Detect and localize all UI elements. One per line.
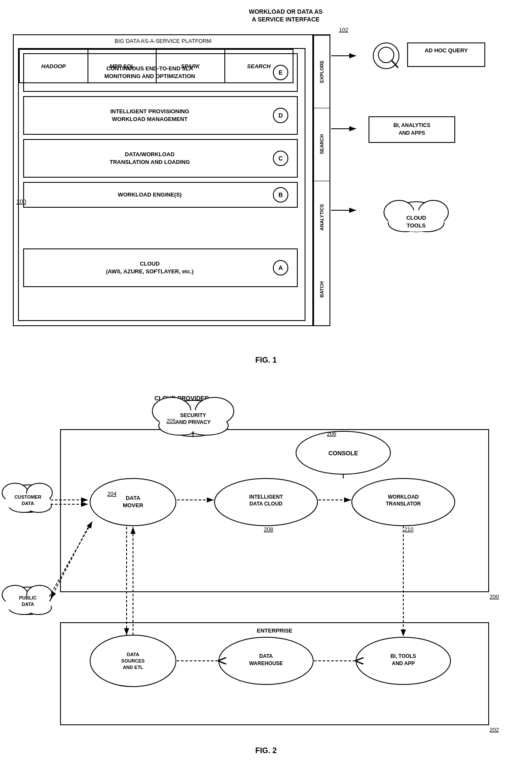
- ref-102: 102: [339, 27, 348, 33]
- svg-point-16: [410, 215, 444, 232]
- row-b-label: WORKLOAD ENGINE(S): [114, 191, 208, 199]
- svg-point-14: [418, 200, 448, 224]
- svg-point-31: [2, 585, 28, 604]
- row-c-label: DATA/WORKLOADTRANSLATION AND LOADING: [105, 151, 215, 166]
- svg-point-12: [393, 202, 440, 232]
- svg-text:CUSTOMER: CUSTOMER: [15, 494, 42, 500]
- svg-text:SECURITY: SECURITY: [180, 412, 206, 418]
- fig1-caption: FIG. 1: [0, 356, 532, 365]
- svg-text:BI, ANALYTICS: BI, ANALYTICS: [393, 122, 430, 128]
- svg-point-17: [388, 210, 444, 232]
- enterprise-label: ENTERPRISE: [257, 627, 292, 634]
- row-a-label: CLOUD(AWS, AZURE, SOFTLAYER, etc.): [102, 260, 219, 276]
- svg-point-22: [6, 485, 50, 512]
- big-outer-box: 100 BIG DATA AS-A-SERVICE PLATFORM CONTI…: [13, 34, 313, 326]
- row-a: CLOUD(AWS, AZURE, SOFTLAYER, etc.) A: [23, 248, 298, 287]
- svg-text:PUBLIC: PUBLIC: [19, 595, 37, 600]
- svg-text:AND PRIVACY: AND PRIVACY: [175, 419, 211, 425]
- row-d-label: INTELLIGENT PROVISIONINGWORKLOAD MANAGEM…: [106, 108, 215, 123]
- sidebar-strip: EXPLORE SEARCH ANALYTICS BATCH: [313, 34, 330, 326]
- row-b: WORKLOAD ENGINE(S) B: [23, 182, 298, 208]
- workload-service-title: WORKLOAD OR DATA AS A SERVICE INTERFACE: [249, 8, 323, 23]
- svg-point-23: [2, 483, 28, 502]
- svg-point-4: [373, 43, 399, 69]
- cloud-provider-label: CLOUD PROVIDER: [154, 395, 209, 402]
- big-data-label: BIG DATA AS-A-SERVICE PLATFORM: [14, 38, 312, 44]
- svg-rect-7: [408, 43, 485, 67]
- svg-point-26: [26, 499, 51, 512]
- ref-200: 200: [490, 593, 499, 600]
- svg-text:AD HOC QUERY: AD HOC QUERY: [425, 47, 468, 54]
- svg-point-30: [6, 587, 50, 615]
- sidebar-batch: BATCH: [314, 253, 329, 325]
- circle-a: A: [273, 260, 288, 276]
- svg-rect-9: [369, 117, 455, 142]
- svg-point-15: [388, 215, 423, 232]
- circle-c: C: [273, 151, 288, 166]
- svg-point-32: [27, 585, 52, 604]
- fig1-diagram: WORKLOAD OR DATA AS A SERVICE INTERFACE …: [0, 0, 532, 373]
- platform-box: CONTINUOUS END-TO-END SLAMONITORING AND …: [18, 48, 305, 321]
- svg-point-33: [9, 601, 39, 615]
- circle-d: D: [273, 108, 288, 123]
- fig2-caption: FIG. 2: [0, 746, 532, 755]
- svg-text:TOOLS: TOOLS: [407, 222, 426, 229]
- svg-text:CLOUD: CLOUD: [406, 215, 426, 221]
- sidebar-analytics: ANALYTICS: [314, 181, 329, 253]
- fig2-diagram: CLOUD PROVIDER 200 ENTERPRISE 202: [0, 373, 532, 760]
- svg-point-35: [4, 596, 51, 613]
- svg-text:205: 205: [166, 418, 176, 424]
- svg-point-34: [26, 601, 51, 615]
- row-e: CONTINUOUS END-TO-END SLAMONITORING AND …: [23, 53, 298, 92]
- svg-point-24: [27, 483, 52, 502]
- svg-point-5: [378, 47, 394, 63]
- svg-point-25: [9, 499, 39, 512]
- sidebar-search: SEARCH: [314, 108, 329, 180]
- sidebar-explore: EXPLORE: [314, 35, 329, 108]
- svg-point-27: [4, 493, 51, 511]
- row-d: INTELLIGENT PROVISIONINGWORKLOAD MANAGEM…: [23, 96, 298, 135]
- svg-text:DATA: DATA: [22, 501, 34, 506]
- ref-202: 202: [490, 727, 499, 733]
- svg-point-13: [384, 200, 414, 224]
- enterprise-box: ENTERPRISE 202: [60, 622, 489, 725]
- provider-box: 200: [60, 429, 489, 592]
- circle-b: B: [273, 187, 288, 203]
- svg-line-6: [392, 61, 398, 68]
- circle-e: E: [273, 65, 288, 80]
- row-e-label: CONTINUOUS END-TO-END SLAMONITORING AND …: [100, 65, 221, 80]
- svg-text:DATA: DATA: [22, 602, 34, 607]
- svg-text:AND APPS: AND APPS: [399, 130, 425, 136]
- row-c: DATA/WORKLOADTRANSLATION AND LOADING C: [23, 139, 298, 178]
